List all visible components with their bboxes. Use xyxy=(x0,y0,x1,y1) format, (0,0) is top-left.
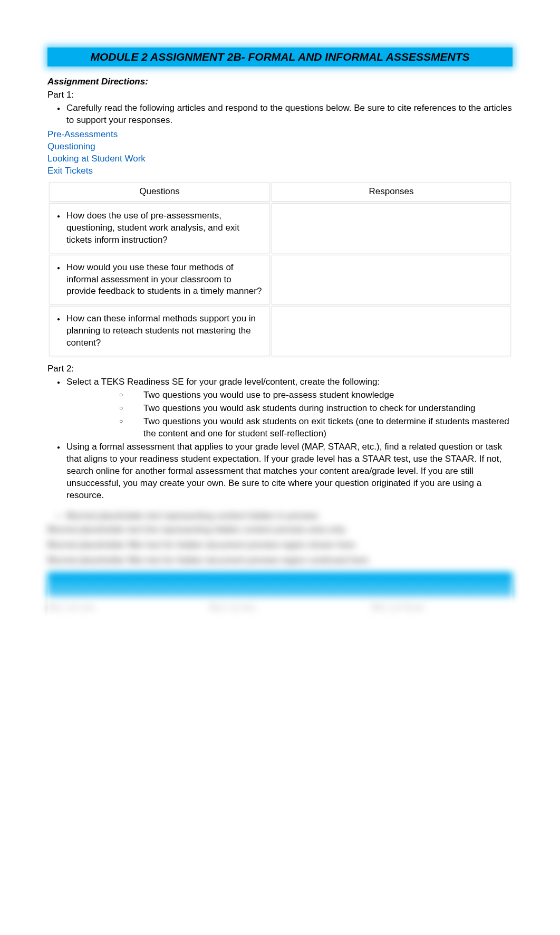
part2-bullet-list: Select a TEKS Readiness SE for your grad… xyxy=(47,376,513,501)
page-title: MODULE 2 ASSIGNMENT 2B- FORMAL AND INFOR… xyxy=(90,51,469,63)
assignment-directions-label: Assignment Directions: xyxy=(47,76,513,88)
part1-label: Part 1: xyxy=(47,89,513,101)
part2-sub-2: Two questions you would ask students dur… xyxy=(119,403,513,415)
part2-sub-1: Two questions you would use to pre-asses… xyxy=(119,389,513,402)
blurred-line: Blurred placeholder text representing co… xyxy=(66,510,513,522)
question-text: How can these informal methods support y… xyxy=(66,313,262,349)
part1-bullet: Carefully read the following articles an… xyxy=(66,102,513,127)
question-cell: How does the use of pre-assessments, que… xyxy=(49,203,270,253)
link-looking-student-work[interactable]: Looking at Student Work xyxy=(47,153,513,165)
part2-label: Part 2: xyxy=(47,363,513,375)
table-row: How does the use of pre-assessments, que… xyxy=(49,203,511,253)
link-pre-assessments[interactable]: Pre-Assessments xyxy=(47,129,513,141)
question-text: How would you use these four methods of … xyxy=(66,262,262,298)
blurred-line: Blurred placeholder filler text for hidd… xyxy=(47,539,513,551)
response-cell[interactable] xyxy=(272,255,511,305)
blurred-line: Blurred placeholder filler text for hidd… xyxy=(47,555,513,567)
table-row: How can these informal methods support y… xyxy=(49,306,511,356)
part1-bullet-list: Carefully read the following articles an… xyxy=(47,102,513,127)
table-header-responses: Responses xyxy=(272,182,511,202)
part2-sub-3: Two questions you would ask students on … xyxy=(119,416,513,440)
fade-overlay xyxy=(47,576,513,639)
part2-bullet-1: Select a TEKS Readiness SE for your grad… xyxy=(66,376,513,440)
questions-responses-table: Questions Responses How does the use of … xyxy=(47,180,513,358)
question-cell: How can these informal methods support y… xyxy=(49,306,270,356)
question-cell: How would you use these four methods of … xyxy=(49,255,270,305)
response-cell[interactable] xyxy=(272,203,511,253)
question-text: How does the use of pre-assessments, que… xyxy=(66,210,262,246)
page-title-banner: MODULE 2 ASSIGNMENT 2B- FORMAL AND INFOR… xyxy=(47,47,513,66)
response-cell[interactable] xyxy=(272,306,511,356)
link-exit-tickets[interactable]: Exit Tickets xyxy=(47,165,513,177)
part2-bullet-1-text: Select a TEKS Readiness SE for your grad… xyxy=(66,377,380,387)
table-row: How would you use these four methods of … xyxy=(49,255,511,305)
table-header-questions: Questions xyxy=(49,182,270,202)
part2-bullet-2: Using a formal assessment that applies t… xyxy=(66,441,513,502)
link-questioning[interactable]: Questioning xyxy=(47,141,513,153)
part2-sub-list: Two questions you would use to pre-asses… xyxy=(66,389,513,440)
blurred-line: Blurred placeholder text line representi… xyxy=(47,524,513,536)
